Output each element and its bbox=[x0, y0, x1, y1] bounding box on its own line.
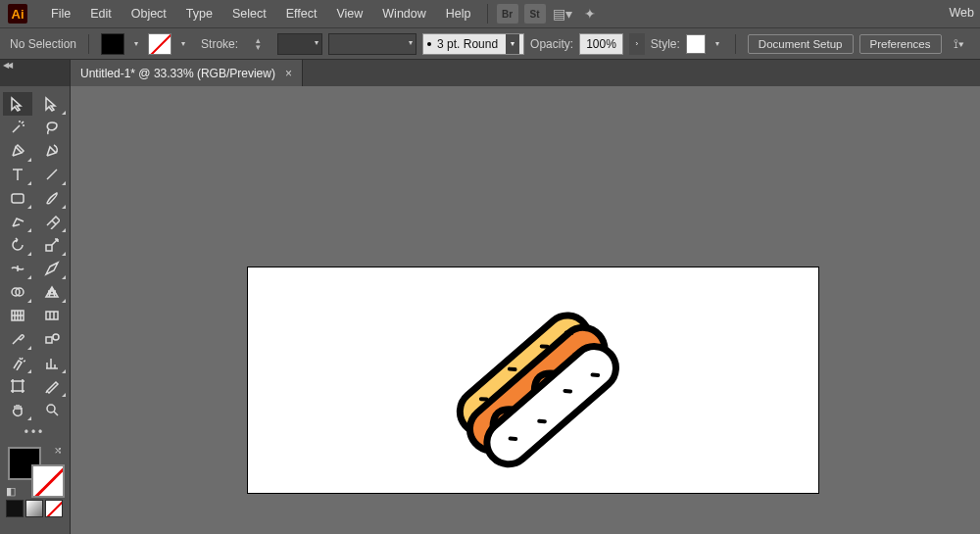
svg-point-20 bbox=[47, 405, 55, 413]
scale-tool[interactable] bbox=[38, 233, 68, 257]
document-tab-bar: ◀◀ Untitled-1* @ 33.33% (RGB/Preview) × bbox=[0, 60, 980, 86]
zoom-tool[interactable] bbox=[38, 398, 68, 421]
menu-help[interactable]: Help bbox=[436, 7, 481, 21]
canvas-work-area[interactable] bbox=[71, 86, 980, 534]
menu-file[interactable]: File bbox=[41, 7, 80, 21]
tools-panel: ••• ⤭ ◧ bbox=[0, 86, 71, 534]
align-to-icon[interactable]: ⟟▾ bbox=[948, 34, 969, 54]
gradient-tool[interactable] bbox=[38, 304, 68, 327]
stroke-weight-stepper[interactable]: ▴▾ bbox=[244, 34, 271, 54]
collapse-icon: ◀◀ bbox=[3, 61, 11, 70]
line-segment-tool[interactable] bbox=[38, 163, 68, 186]
document-tab[interactable]: Untitled-1* @ 33.33% (RGB/Preview) × bbox=[71, 60, 303, 86]
brush-definition-dropdown[interactable]: ▾ bbox=[328, 33, 416, 55]
magic-wand-tool[interactable] bbox=[3, 116, 32, 139]
selection-status: No Selection bbox=[10, 37, 76, 51]
preferences-button[interactable]: Preferences bbox=[859, 34, 942, 54]
type-tool[interactable] bbox=[3, 163, 32, 186]
curvature-tool[interactable] bbox=[38, 139, 68, 163]
app-logo-illustrator: Ai bbox=[8, 4, 27, 24]
direct-selection-tool[interactable] bbox=[38, 92, 68, 116]
svg-rect-12 bbox=[46, 245, 52, 251]
symbol-sprayer-tool[interactable] bbox=[3, 351, 32, 374]
panel-collapse-gutter[interactable]: ◀◀ bbox=[0, 60, 71, 86]
stock-icon[interactable]: St bbox=[524, 4, 546, 24]
menu-window[interactable]: Window bbox=[372, 7, 435, 21]
selection-tool[interactable] bbox=[3, 92, 32, 116]
close-tab-button[interactable]: × bbox=[285, 67, 292, 80]
swap-fill-stroke-icon[interactable]: ⤭ bbox=[54, 445, 62, 456]
fill-stroke-indicator[interactable]: ⤭ ◧ bbox=[6, 445, 65, 498]
application-menu-bar: Ai File Edit Object Type Select Effect V… bbox=[0, 0, 980, 28]
graphic-style-dropdown[interactable]: ▾ bbox=[711, 33, 723, 55]
artwork-hotdog-icon bbox=[444, 297, 620, 468]
menu-object[interactable]: Object bbox=[122, 7, 176, 21]
bridge-icon[interactable]: Br bbox=[497, 4, 518, 24]
bullet-icon bbox=[427, 42, 431, 46]
stroke-profile-label: 3 pt. Round bbox=[437, 37, 498, 51]
document-setup-button[interactable]: Document Setup bbox=[748, 34, 854, 54]
color-mode-none[interactable] bbox=[45, 500, 63, 517]
chevron-down-icon: ▾ bbox=[506, 34, 519, 54]
stroke-color-dropdown[interactable]: ▾ bbox=[177, 33, 189, 55]
workspace-switcher[interactable]: Web bbox=[950, 6, 974, 20]
width-tool[interactable] bbox=[3, 257, 32, 280]
svg-rect-19 bbox=[13, 381, 23, 391]
variable-width-profile-dropdown[interactable]: ▾ bbox=[277, 33, 322, 55]
opacity-label: Opacity: bbox=[530, 37, 573, 51]
arrange-documents-icon[interactable]: ▤▾ bbox=[552, 4, 573, 24]
default-fill-stroke-icon[interactable]: ◧ bbox=[6, 485, 16, 498]
eraser-tool[interactable] bbox=[38, 210, 68, 233]
menu-select[interactable]: Select bbox=[222, 7, 276, 21]
gpu-performance-icon[interactable]: ✦ bbox=[579, 4, 601, 24]
menu-edit[interactable]: Edit bbox=[80, 7, 122, 21]
svg-rect-17 bbox=[46, 337, 52, 343]
shape-builder-tool[interactable] bbox=[3, 280, 32, 304]
menu-effect[interactable]: Effect bbox=[276, 7, 327, 21]
fill-color-swatch[interactable] bbox=[101, 33, 124, 55]
stroke-swatch[interactable] bbox=[31, 464, 65, 498]
artboard bbox=[247, 267, 819, 494]
opacity-input[interactable]: 100% bbox=[579, 33, 623, 55]
pen-tool[interactable] bbox=[3, 139, 32, 163]
menu-view[interactable]: View bbox=[326, 7, 372, 21]
svg-point-18 bbox=[53, 334, 59, 340]
control-divider-2 bbox=[735, 34, 736, 54]
color-mode-solid[interactable] bbox=[6, 500, 24, 517]
fill-color-dropdown[interactable]: ▾ bbox=[130, 33, 142, 55]
graphic-style-swatch[interactable] bbox=[686, 34, 706, 54]
control-bar: No Selection ▾ ▾ Stroke: ▴▾ ▾ ▾ 3 pt. Ro… bbox=[0, 28, 980, 60]
color-mode-row bbox=[6, 500, 64, 517]
menu-type[interactable]: Type bbox=[176, 7, 222, 21]
shaper-tool[interactable] bbox=[3, 210, 32, 233]
document-tab-title: Untitled-1* @ 33.33% (RGB/Preview) bbox=[80, 67, 275, 80]
eyedropper-tool[interactable] bbox=[3, 327, 32, 351]
menu-divider bbox=[487, 4, 488, 24]
hand-tool[interactable] bbox=[3, 398, 32, 421]
artboard-tool[interactable] bbox=[3, 374, 32, 398]
column-graph-tool[interactable] bbox=[38, 351, 68, 374]
color-mode-gradient[interactable] bbox=[25, 500, 43, 517]
edit-toolbar-button[interactable]: ••• bbox=[0, 425, 70, 439]
slice-tool[interactable] bbox=[38, 374, 68, 398]
style-label: Style: bbox=[651, 37, 680, 51]
lasso-tool[interactable] bbox=[38, 116, 68, 139]
rotate-tool[interactable] bbox=[3, 233, 32, 257]
opacity-dropdown[interactable]: › bbox=[629, 33, 645, 55]
paintbrush-tool[interactable] bbox=[38, 186, 68, 210]
stroke-profile-dropdown[interactable]: 3 pt. Round ▾ bbox=[422, 33, 524, 55]
svg-rect-16 bbox=[46, 312, 58, 319]
stroke-color-swatch[interactable] bbox=[148, 33, 172, 55]
perspective-grid-tool[interactable] bbox=[38, 280, 68, 304]
blend-tool[interactable] bbox=[38, 327, 68, 351]
stroke-label: Stroke: bbox=[201, 37, 238, 51]
free-transform-tool[interactable] bbox=[38, 257, 68, 280]
rectangle-tool[interactable] bbox=[3, 186, 32, 210]
control-divider bbox=[88, 34, 89, 54]
mesh-tool[interactable] bbox=[3, 304, 32, 327]
svg-rect-11 bbox=[12, 194, 24, 203]
